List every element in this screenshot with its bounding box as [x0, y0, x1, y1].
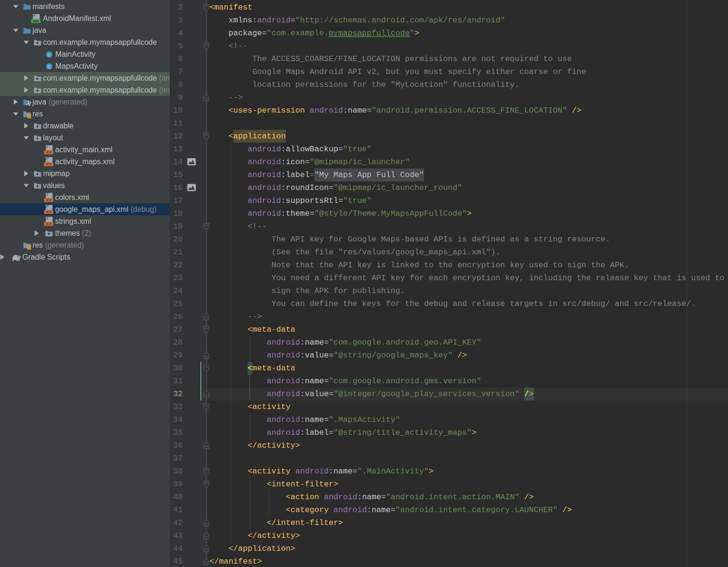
svg-text:C: C [48, 52, 51, 57]
svg-text:MF: MF [33, 19, 39, 23]
svg-text:<>: <> [46, 209, 52, 214]
svg-text:<>: <> [46, 161, 52, 166]
svg-text:<>: <> [46, 221, 52, 226]
svg-text:<>: <> [46, 149, 52, 154]
svg-text:<>: <> [46, 197, 52, 202]
svg-text:C: C [48, 64, 51, 69]
